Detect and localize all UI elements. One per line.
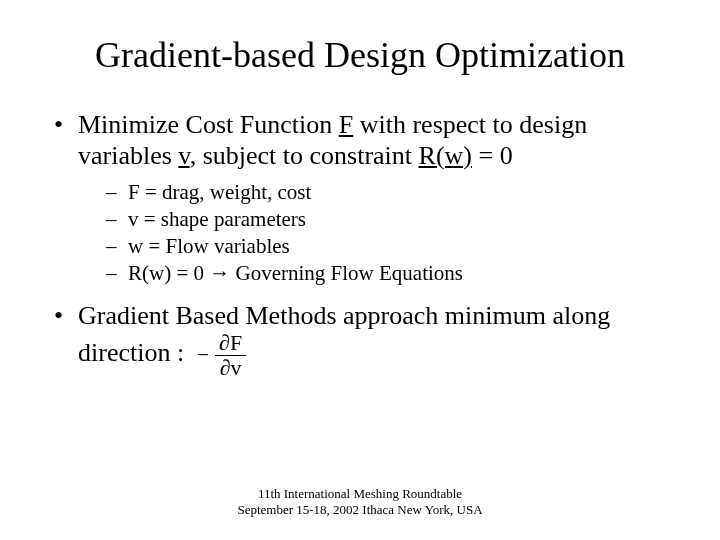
bullet-gradient: Gradient Based Methods approach minimum … [54, 301, 672, 379]
partial-icon: ∂ [220, 355, 231, 380]
sub-bullet-Rw: R(w) = 0 → Governing Flow Equations [106, 260, 672, 287]
footer-line-2: September 15-18, 2002 Ithaca New York, U… [0, 502, 720, 518]
fraction: ∂F ∂v [215, 332, 246, 379]
text-fragment: Governing Flow Equations [230, 261, 463, 285]
text-fragment: = 0 [472, 141, 513, 170]
text-fragment: , subject to constraint [190, 141, 419, 170]
slide-title: Gradient-based Design Optimization [48, 34, 672, 76]
symbol-v: v [231, 355, 242, 380]
gradient-expression: − ∂F ∂v [197, 332, 247, 379]
text-fragment: Gradient Based Methods approach minimum … [78, 301, 610, 367]
sub-bullet-w: w = Flow variables [106, 233, 672, 260]
slide-footer: 11th International Meshing Roundtable Se… [0, 486, 720, 519]
sub-bullet-list: F = drag, weight, cost v = shape paramet… [78, 179, 672, 287]
symbol-v: v [178, 141, 189, 170]
sub-bullet-v: v = shape parameters [106, 206, 672, 233]
bullet-list: Minimize Cost Function F with respect to… [48, 110, 672, 379]
arrow-icon: → [209, 261, 230, 284]
symbol-Rw: R(w) [419, 141, 472, 170]
sub-bullet-F: F = drag, weight, cost [106, 179, 672, 206]
minus-sign: − [197, 344, 215, 366]
fraction-denominator: ∂v [216, 356, 246, 379]
symbol-F: F [339, 110, 353, 139]
footer-line-1: 11th International Meshing Roundtable [0, 486, 720, 502]
text-fragment: Minimize Cost Function [78, 110, 339, 139]
partial-icon: ∂ [219, 330, 230, 355]
bullet-minimize: Minimize Cost Function F with respect to… [54, 110, 672, 287]
fraction-numerator: ∂F [215, 332, 246, 355]
slide: Gradient-based Design Optimization Minim… [0, 0, 720, 540]
symbol-F: F [230, 330, 242, 355]
text-fragment: R(w) = 0 [128, 261, 209, 285]
